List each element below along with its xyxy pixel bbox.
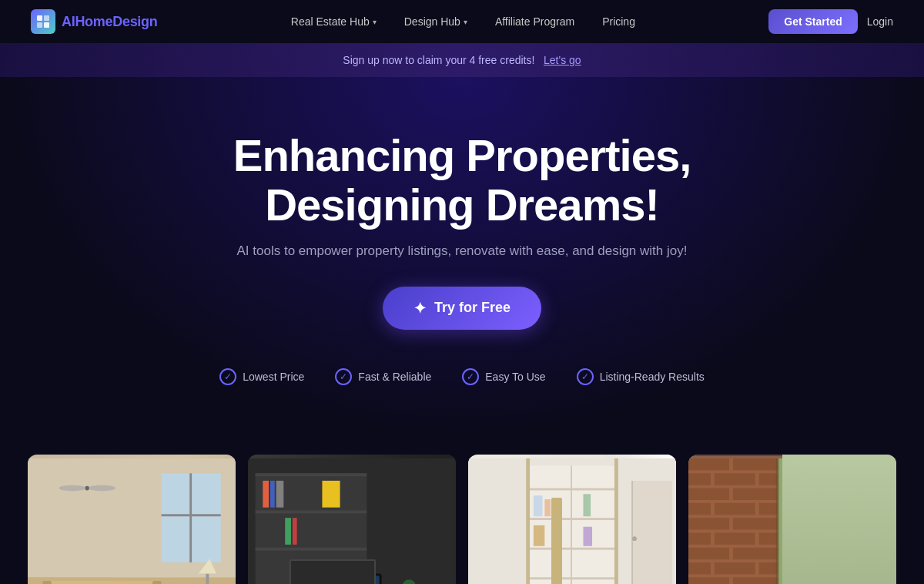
svg-rect-84 <box>688 488 729 499</box>
svg-rect-97 <box>715 562 755 574</box>
svg-rect-113 <box>783 532 785 584</box>
feature-listing-ready: ✓ Listing-Ready Results <box>577 368 705 385</box>
svg-rect-106 <box>803 481 870 484</box>
svg-point-116 <box>834 466 840 472</box>
feature-label: Easy To Use <box>485 371 545 383</box>
nav-affiliate-label: Affiliate Program <box>495 15 574 28</box>
feature-fast-reliable: ✓ Fast & Reliable <box>335 368 431 385</box>
svg-rect-86 <box>688 502 711 514</box>
nav-actions: Get Started Login <box>768 9 893 34</box>
svg-rect-41 <box>324 576 379 584</box>
cta-try-free-button[interactable]: ✦ Try for Free <box>383 287 541 330</box>
nav-design-hub-label: Design Hub <box>404 15 460 28</box>
login-button[interactable]: Login <box>867 15 893 28</box>
check-icon: ✓ <box>219 368 236 385</box>
svg-rect-71 <box>526 458 530 584</box>
svg-rect-81 <box>688 473 711 485</box>
svg-rect-77 <box>778 458 896 584</box>
card-image-home-renovation <box>688 455 896 584</box>
svg-rect-35 <box>285 518 291 545</box>
room-image-virtual <box>28 455 236 584</box>
svg-rect-40 <box>322 573 381 584</box>
svg-rect-96 <box>688 562 711 574</box>
svg-rect-66 <box>534 525 544 545</box>
banner-link[interactable]: Let's go <box>544 54 581 66</box>
feature-label: Listing-Ready Results <box>600 371 705 383</box>
svg-rect-3 <box>44 22 49 28</box>
card-interior-design[interactable]: Interior Design › <box>248 455 456 584</box>
room-image-interior <box>248 455 456 584</box>
svg-rect-32 <box>263 481 269 508</box>
svg-rect-93 <box>759 532 778 544</box>
svg-rect-90 <box>733 518 778 529</box>
svg-rect-112 <box>783 532 820 584</box>
svg-rect-111 <box>803 516 870 519</box>
chevron-down-icon: ▾ <box>373 18 377 26</box>
svg-rect-83 <box>759 473 778 485</box>
cards-section: Virtual Staging › <box>0 439 924 584</box>
feature-label: Fast & Reliable <box>358 371 431 383</box>
svg-rect-68 <box>631 481 672 584</box>
cards-grid: Virtual Staging › <box>28 455 896 584</box>
svg-rect-95 <box>733 547 778 559</box>
svg-rect-22 <box>206 573 209 584</box>
room-image-photo <box>468 455 676 584</box>
card-image-virtual-staging <box>28 455 236 584</box>
card-photo-editing[interactable]: Photo Editing › <box>468 455 676 584</box>
svg-rect-104 <box>776 458 779 584</box>
svg-rect-29 <box>256 547 367 550</box>
card-virtual-staging[interactable]: Virtual Staging › <box>28 455 236 584</box>
svg-rect-88 <box>759 502 778 514</box>
svg-rect-0 <box>37 15 42 21</box>
nav-design-hub[interactable]: Design Hub ▾ <box>393 9 478 34</box>
svg-rect-2 <box>37 22 42 28</box>
svg-rect-94 <box>688 547 729 559</box>
svg-point-70 <box>632 536 637 541</box>
banner-text: Sign up now to claim your 4 free credits… <box>343 54 534 66</box>
svg-rect-107 <box>803 555 870 558</box>
feature-list: ✓ Lowest Price ✓ Fast & Reliable ✓ Easy … <box>31 361 893 408</box>
logo-icon <box>31 9 55 34</box>
logo-text: AIHomeDesign <box>62 14 157 30</box>
navbar: AIHomeDesign Real Estate Hub ▾ Design Hu… <box>0 0 924 43</box>
svg-rect-1 <box>44 15 49 21</box>
logo[interactable]: AIHomeDesign <box>31 9 157 34</box>
get-started-button[interactable]: Get Started <box>768 9 857 34</box>
cta-label: Try for Free <box>434 300 511 316</box>
svg-point-10 <box>59 485 86 491</box>
cta-star-icon: ✦ <box>413 299 427 317</box>
svg-rect-110 <box>834 481 836 558</box>
svg-rect-63 <box>534 495 543 516</box>
svg-rect-64 <box>544 499 551 516</box>
svg-rect-15 <box>152 581 162 584</box>
logo-prefix: AI <box>62 14 75 29</box>
svg-point-11 <box>89 485 116 491</box>
nav-pricing[interactable]: Pricing <box>591 9 646 34</box>
svg-rect-109 <box>867 481 870 558</box>
svg-rect-69 <box>631 481 633 584</box>
svg-rect-99 <box>688 577 729 584</box>
check-icon: ✓ <box>577 368 594 385</box>
nav-real-estate-hub-label: Real Estate Hub <box>291 15 370 28</box>
svg-rect-33 <box>270 481 275 508</box>
feature-easy-to-use: ✓ Easy To Use <box>462 368 545 385</box>
card-image-interior-design <box>248 455 456 584</box>
svg-rect-65 <box>583 494 591 516</box>
promo-banner: Sign up now to claim your 4 free credits… <box>0 43 924 77</box>
room-image-renovation <box>688 455 896 584</box>
hero-headline-line1: Enhancing Properties, <box>233 130 691 180</box>
card-home-renovation[interactable]: Home Renovation › <box>688 455 896 584</box>
svg-rect-34 <box>276 481 284 508</box>
nav-affiliate-program[interactable]: Affiliate Program <box>484 9 585 34</box>
card-image-photo-editing <box>468 455 676 584</box>
svg-rect-31 <box>322 481 340 508</box>
svg-rect-89 <box>688 518 729 529</box>
nav-real-estate-hub[interactable]: Real Estate Hub ▾ <box>280 9 387 34</box>
svg-rect-85 <box>733 488 778 499</box>
nav-pricing-label: Pricing <box>602 15 635 28</box>
hero-subtitle: AI tools to empower property listings, r… <box>231 243 693 259</box>
svg-rect-7 <box>189 473 192 562</box>
logo-suffix: HomeDesign <box>75 14 157 29</box>
svg-rect-8 <box>162 514 221 516</box>
svg-rect-28 <box>256 510 367 513</box>
